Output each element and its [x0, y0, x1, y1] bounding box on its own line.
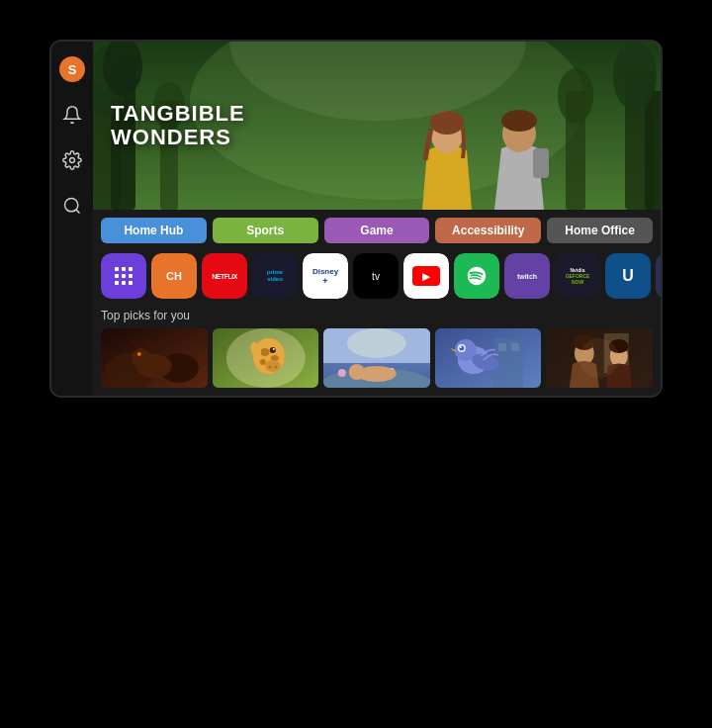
svg-rect-22 [533, 148, 549, 178]
app-prime-video[interactable]: prime video [252, 253, 298, 299]
app-geforce-now[interactable]: Nvidia GEFORCE NOW [555, 253, 600, 299]
svg-point-74 [349, 364, 365, 380]
pick-card-3[interactable] [323, 328, 430, 388]
sidebar-item-notifications[interactable] [58, 101, 86, 129]
pick-1-image [101, 328, 208, 388]
svg-rect-78 [498, 343, 506, 351]
sports-button[interactable]: Sports [213, 218, 318, 243]
svg-point-0 [70, 158, 75, 163]
quick-buttons-row: Home Hub Sports Game Accessibility Home … [93, 210, 661, 249]
app-spotify[interactable] [454, 253, 499, 299]
svg-rect-27 [115, 274, 119, 278]
svg-point-69 [338, 369, 346, 377]
hero-banner: TANGBIBLE WONDERS [93, 42, 661, 210]
svg-point-61 [272, 348, 274, 350]
svg-rect-32 [129, 281, 133, 285]
app-netflix[interactable]: NETFLIX [202, 253, 247, 299]
app-apple-tv[interactable]: tv [353, 253, 399, 299]
pick-2-image [213, 328, 319, 388]
app-twitch[interactable]: twitch [504, 253, 550, 299]
tv-frame: S [49, 40, 663, 398]
tv-screen: S [51, 42, 661, 396]
svg-rect-79 [511, 343, 519, 351]
pick-4-image [435, 328, 542, 388]
app-12[interactable] [656, 253, 661, 299]
svg-rect-11 [645, 91, 661, 210]
hero-title: TANGBIBLE WONDERS [111, 102, 245, 149]
svg-point-65 [274, 366, 277, 369]
app-uptodate[interactable]: U [605, 253, 651, 299]
avatar: S [59, 56, 85, 82]
svg-point-12 [613, 42, 657, 111]
sidebar-item-settings[interactable] [58, 146, 86, 174]
main-content: TANGBIBLE WONDERS Home Hub Sports Game A… [93, 42, 661, 396]
app-all-apps[interactable] [101, 253, 146, 299]
svg-point-14 [558, 68, 593, 124]
svg-rect-30 [115, 281, 119, 285]
svg-rect-24 [115, 267, 119, 271]
top-picks-title: Top picks for you [101, 309, 653, 322]
svg-rect-26 [129, 267, 133, 271]
spotify-icon [466, 265, 488, 287]
apps-grid-icon [112, 264, 135, 288]
gear-icon [62, 150, 82, 170]
app-disney-plus[interactable]: Disney + [303, 253, 348, 299]
svg-point-64 [268, 366, 271, 369]
accessibility-button[interactable]: Accessibility [435, 218, 541, 243]
home-hub-button[interactable]: Home Hub [101, 218, 207, 243]
svg-point-53 [137, 352, 141, 356]
svg-point-83 [459, 346, 464, 351]
svg-rect-31 [122, 281, 126, 285]
bell-icon [62, 105, 82, 125]
svg-point-84 [460, 346, 462, 348]
pick-card-4[interactable] [435, 328, 542, 388]
pick-3-image [323, 328, 430, 388]
pick-5-image [546, 328, 653, 388]
picks-grid [101, 328, 653, 388]
svg-rect-28 [122, 274, 126, 278]
svg-point-60 [269, 347, 275, 353]
app-channel-master[interactable]: CH [151, 253, 197, 299]
pick-card-1[interactable] [101, 328, 208, 388]
sidebar-item-profile[interactable]: S [58, 55, 86, 83]
svg-point-93 [579, 338, 619, 378]
svg-line-2 [76, 210, 80, 214]
svg-point-75 [347, 328, 406, 358]
sidebar-item-search[interactable] [58, 192, 86, 220]
svg-point-63 [264, 360, 280, 372]
pick-card-5[interactable] [546, 328, 653, 388]
svg-rect-29 [129, 274, 133, 278]
search-icon [62, 196, 82, 216]
apps-row: CH NETFLIX prime video Disney [93, 249, 661, 305]
top-picks-section: Top picks for you [93, 305, 661, 396]
svg-point-1 [65, 199, 78, 212]
svg-rect-25 [122, 267, 126, 271]
app-youtube[interactable]: ▶ [403, 253, 449, 299]
pick-card-2[interactable] [213, 328, 319, 388]
svg-point-57 [259, 348, 269, 356]
svg-point-52 [132, 348, 151, 368]
home-office-button[interactable]: Home Office [547, 218, 653, 243]
svg-point-59 [259, 359, 265, 365]
sidebar: S [51, 42, 93, 396]
svg-point-21 [501, 110, 537, 132]
game-button[interactable]: Game [324, 218, 430, 243]
